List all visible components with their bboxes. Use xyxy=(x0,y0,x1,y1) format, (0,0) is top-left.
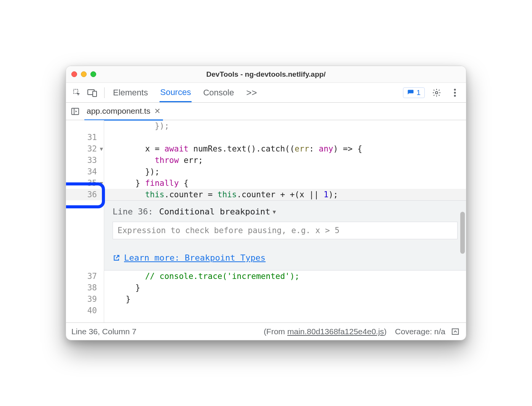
source-map-from: (From main.80d1368fa125e4e0.js) xyxy=(264,327,387,336)
breakpoint-panel: Line 36: Conditional breakpoint ▼ Learn … xyxy=(104,200,466,271)
settings-icon[interactable] xyxy=(430,86,443,99)
code-line[interactable] xyxy=(104,132,466,143)
navigator-toggle-icon[interactable] xyxy=(69,105,81,118)
code-line[interactable]: } finally { xyxy=(104,177,466,189)
coverage-status: Coverage: n/a xyxy=(395,327,445,336)
minimize-window-button[interactable] xyxy=(81,71,87,77)
code-line[interactable]: }); xyxy=(104,166,466,177)
issues-count: 1 xyxy=(416,89,421,97)
external-link-icon xyxy=(113,254,120,262)
window-title: DevTools - ng-devtools.netlify.app/ xyxy=(66,70,466,79)
file-tab-name: app.component.ts xyxy=(87,106,150,116)
tab-sources[interactable]: Sources xyxy=(160,83,192,102)
issues-badge[interactable]: 1 xyxy=(403,87,425,98)
toolbar-right: 1 xyxy=(403,86,461,99)
file-tab-bar: app.component.ts ✕ xyxy=(66,103,466,120)
gutter-line[interactable]: 32 xyxy=(66,143,104,155)
source-map-link[interactable]: main.80d1368fa125e4e0.js xyxy=(287,327,384,336)
gutter-line[interactable]: 31 xyxy=(66,132,104,143)
inspect-element-icon[interactable] xyxy=(71,86,84,99)
code-content[interactable]: }); x = await numRes.text().catch((err: … xyxy=(104,120,466,322)
breakpoint-type-label: Conditional breakpoint xyxy=(159,207,270,216)
cursor-position: Line 36, Column 7 xyxy=(71,327,136,336)
gutter-line[interactable]: 40 xyxy=(66,305,104,316)
svg-point-6 xyxy=(454,95,456,97)
svg-rect-9 xyxy=(452,329,459,334)
panel-tabs: Elements Sources Console >> xyxy=(112,83,401,103)
chevron-down-icon: ▼ xyxy=(272,209,276,215)
tab-elements[interactable]: Elements xyxy=(112,83,149,102)
tabs-overflow[interactable]: >> xyxy=(245,83,258,103)
code-line[interactable] xyxy=(104,305,466,316)
close-tab-icon[interactable]: ✕ xyxy=(154,106,161,116)
gutter-line[interactable]: 39 xyxy=(66,293,104,305)
titlebar: DevTools - ng-devtools.netlify.app/ xyxy=(66,66,466,83)
code-editor: 31323334353637383940 }); x = await numRe… xyxy=(66,120,466,322)
gutter-line[interactable]: 37 xyxy=(66,271,104,282)
code-line[interactable]: throw err; xyxy=(104,155,466,166)
code-line[interactable]: } xyxy=(104,293,466,305)
window-controls xyxy=(71,71,96,77)
gutter-line[interactable]: 34 xyxy=(66,166,104,177)
gutter-line[interactable]: 33 xyxy=(66,155,104,166)
breakpoint-learn-more-link[interactable]: Learn more: Breakpoint Types xyxy=(124,253,266,263)
devtools-window: DevTools - ng-devtools.netlify.app/ Elem… xyxy=(66,66,466,340)
tab-console[interactable]: Console xyxy=(202,83,235,102)
toolbar-divider xyxy=(104,87,105,98)
code-line[interactable]: } xyxy=(104,282,466,293)
device-toolbar-icon[interactable] xyxy=(86,86,99,99)
code-line[interactable]: this.counter = this.counter + +(x || 1); xyxy=(104,189,466,200)
breakpoint-condition-input[interactable] xyxy=(113,222,458,239)
scrollbar-thumb[interactable] xyxy=(460,212,465,254)
breakpoint-line-label: Line 36: xyxy=(113,207,153,216)
status-bar: Line 36, Column 7 (From main.80d1368fa12… xyxy=(66,322,466,340)
svg-rect-2 xyxy=(93,91,97,97)
svg-rect-7 xyxy=(72,108,79,114)
svg-point-5 xyxy=(454,92,456,93)
gutter-line[interactable]: 35 xyxy=(66,177,104,189)
svg-point-4 xyxy=(454,89,456,90)
gutter[interactable]: 31323334353637383940 xyxy=(66,120,104,322)
gutter-line[interactable]: 38 xyxy=(66,282,104,293)
code-line[interactable]: x = await numRes.text().catch((err: any)… xyxy=(104,143,466,155)
gutter-line[interactable]: 36 xyxy=(66,189,104,200)
drawer-toggle-icon[interactable] xyxy=(450,325,461,338)
main-toolbar: Elements Sources Console >> 1 xyxy=(66,83,466,103)
code-line[interactable]: }); xyxy=(104,120,466,132)
gutter-line[interactable] xyxy=(66,120,104,132)
svg-point-3 xyxy=(435,92,438,94)
close-window-button[interactable] xyxy=(71,71,77,77)
maximize-window-button[interactable] xyxy=(90,71,96,77)
file-tab[interactable]: app.component.ts ✕ xyxy=(84,103,163,121)
more-icon[interactable] xyxy=(448,86,461,99)
breakpoint-type-dropdown[interactable]: Conditional breakpoint ▼ xyxy=(159,207,276,216)
code-line[interactable]: // console.trace('incremented'); xyxy=(104,271,466,282)
